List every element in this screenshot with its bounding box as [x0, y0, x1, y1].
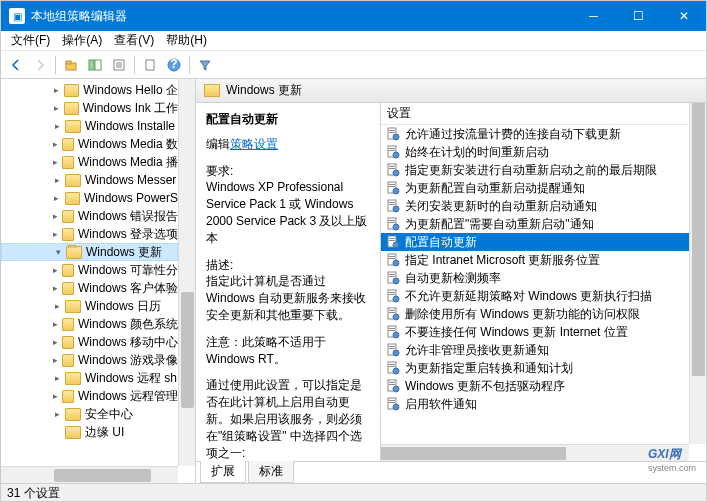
- expand-icon[interactable]: ▸: [51, 174, 63, 186]
- setting-item[interactable]: 为更新配置"需要自动重新启动"通知: [381, 215, 689, 233]
- svg-rect-57: [389, 330, 395, 331]
- settings-list[interactable]: 允许通过按流量计费的连接自动下载更新始终在计划的时间重新启动指定更新安装进行自动…: [381, 125, 706, 461]
- menu-view[interactable]: 查看(V): [108, 30, 160, 51]
- scrollbar-thumb[interactable]: [381, 447, 566, 460]
- tree-item[interactable]: ▸Windows Ink 工作: [1, 99, 178, 117]
- tree-item[interactable]: ▸Windows Messer: [1, 171, 178, 189]
- close-button[interactable]: ✕: [661, 1, 706, 31]
- tree-item[interactable]: ▸Windows 日历: [1, 297, 178, 315]
- expand-icon[interactable]: ▸: [51, 156, 60, 168]
- menu-help[interactable]: 帮助(H): [160, 30, 213, 51]
- tree-item[interactable]: ▸Windows 可靠性分: [1, 261, 178, 279]
- minimize-button[interactable]: ─: [571, 1, 616, 31]
- maximize-button[interactable]: ☐: [616, 1, 661, 31]
- svg-rect-37: [389, 240, 395, 241]
- tree-item[interactable]: ▸安全中心: [1, 405, 178, 423]
- tree-item[interactable]: ▾Windows 更新: [1, 243, 178, 261]
- scrollbar-thumb[interactable]: [54, 469, 151, 482]
- tree-item[interactable]: ▸Windows Installe: [1, 117, 178, 135]
- expand-icon[interactable]: ▸: [51, 102, 62, 114]
- setting-item[interactable]: 关闭安装更新时的自动重新启动通知: [381, 197, 689, 215]
- app-icon: ▣: [9, 8, 25, 24]
- collapse-icon[interactable]: ▾: [52, 246, 64, 258]
- expand-icon[interactable]: ▸: [51, 138, 60, 150]
- setting-item[interactable]: 启用软件通知: [381, 395, 689, 413]
- tree-item[interactable]: ▸Windows 游戏录像: [1, 351, 178, 369]
- tree-item[interactable]: ▸Windows 远程管理: [1, 387, 178, 405]
- edit-policy-link[interactable]: 策略设置: [230, 137, 278, 151]
- tab-standard[interactable]: 标准: [248, 461, 294, 483]
- expand-icon[interactable]: ▸: [51, 84, 62, 96]
- expand-icon[interactable]: ▸: [51, 282, 60, 294]
- setting-item[interactable]: 始终在计划的时间重新启动: [381, 143, 689, 161]
- setting-item[interactable]: 不要连接任何 Windows 更新 Internet 位置: [381, 323, 689, 341]
- expand-icon[interactable]: ▸: [51, 318, 60, 330]
- tree-vertical-scrollbar[interactable]: [178, 79, 195, 466]
- expand-icon[interactable]: ▸: [51, 210, 60, 222]
- svg-rect-12: [389, 130, 395, 131]
- settings-vertical-scrollbar[interactable]: [689, 103, 706, 444]
- tree-item[interactable]: ▸Windows 登录选项: [1, 225, 178, 243]
- settings-horizontal-scrollbar[interactable]: [381, 444, 689, 461]
- show-hide-tree-button[interactable]: [84, 54, 106, 76]
- navigation-tree[interactable]: ▸Windows Hello 企▸Windows Ink 工作▸Windows …: [1, 79, 196, 483]
- tab-extended[interactable]: 扩展: [200, 461, 246, 483]
- setting-item[interactable]: 不允许更新延期策略对 Windows 更新执行扫描: [381, 287, 689, 305]
- policy-icon: [385, 379, 401, 393]
- tree-item[interactable]: ▸Windows 颜色系统: [1, 315, 178, 333]
- up-level-button[interactable]: [60, 54, 82, 76]
- toolbar-separator: [55, 56, 56, 74]
- scrollbar-thumb[interactable]: [181, 292, 194, 408]
- requirements-text: Windows XP Professional Service Pack 1 或…: [206, 180, 367, 244]
- setting-item[interactable]: 指定 Intranet Microsoft 更新服务位置: [381, 251, 689, 269]
- tree-item[interactable]: ▸Windows Hello 企: [1, 81, 178, 99]
- nav-back-button[interactable]: [5, 54, 27, 76]
- help-button[interactable]: ?: [163, 54, 185, 76]
- export-list-button[interactable]: [139, 54, 161, 76]
- properties-button[interactable]: [108, 54, 130, 76]
- folder-icon: [62, 282, 74, 295]
- expand-icon[interactable]: [51, 426, 63, 438]
- tree-item[interactable]: ▸Windows 远程 sh: [1, 369, 178, 387]
- settings-column-header[interactable]: 设置: [381, 103, 706, 125]
- nav-forward-button[interactable]: [29, 54, 51, 76]
- tree-item[interactable]: 边缘 UI: [1, 423, 178, 441]
- expand-icon[interactable]: ▸: [51, 372, 63, 384]
- svg-rect-1: [66, 61, 71, 64]
- setting-item[interactable]: 自动更新检测频率: [381, 269, 689, 287]
- setting-item[interactable]: 允许非管理员接收更新通知: [381, 341, 689, 359]
- right-pane: Windows 更新 配置自动更新 编辑策略设置 要求: Windows XP …: [196, 79, 706, 483]
- tree-item[interactable]: ▸Windows 移动中心: [1, 333, 178, 351]
- setting-item[interactable]: 为更新配置自动重新启动提醒通知: [381, 179, 689, 197]
- tree-item[interactable]: ▸Windows 客户体验: [1, 279, 178, 297]
- setting-item[interactable]: 删除使用所有 Windows 更新功能的访问权限: [381, 305, 689, 323]
- expand-icon[interactable]: ▸: [51, 336, 60, 348]
- expand-icon[interactable]: ▸: [51, 354, 60, 366]
- expand-icon[interactable]: ▸: [51, 120, 63, 132]
- svg-rect-13: [389, 132, 395, 133]
- policy-icon: [385, 235, 401, 249]
- tree-item[interactable]: ▸Windows Media 播: [1, 153, 178, 171]
- tree-item[interactable]: ▸Windows Media 数: [1, 135, 178, 153]
- setting-item[interactable]: 指定更新安装进行自动重新启动之前的最后期限: [381, 161, 689, 179]
- expand-icon[interactable]: ▸: [51, 192, 63, 204]
- menu-action[interactable]: 操作(A): [56, 30, 108, 51]
- filter-button[interactable]: [194, 54, 216, 76]
- menu-file[interactable]: 文件(F): [5, 30, 56, 51]
- expand-icon[interactable]: ▸: [51, 228, 60, 240]
- setting-item[interactable]: Windows 更新不包括驱动程序: [381, 377, 689, 395]
- setting-item[interactable]: 为更新指定重启转换和通知计划: [381, 359, 689, 377]
- scrollbar-thumb[interactable]: [692, 103, 705, 376]
- tree-item[interactable]: ▸Windows 错误报告: [1, 207, 178, 225]
- svg-point-42: [393, 260, 399, 266]
- tree-horizontal-scrollbar[interactable]: [1, 466, 178, 483]
- expand-icon[interactable]: ▸: [51, 300, 63, 312]
- expand-icon[interactable]: ▸: [51, 264, 60, 276]
- setting-item[interactable]: 允许通过按流量计费的连接自动下载更新: [381, 125, 689, 143]
- description-label: 描述:: [206, 258, 233, 272]
- expand-icon[interactable]: ▸: [51, 408, 63, 420]
- expand-icon[interactable]: ▸: [51, 390, 60, 402]
- tree-item[interactable]: ▸Windows PowerS: [1, 189, 178, 207]
- setting-item[interactable]: 配置自动更新: [381, 233, 689, 251]
- tree-item-label: Windows PowerS: [84, 191, 178, 205]
